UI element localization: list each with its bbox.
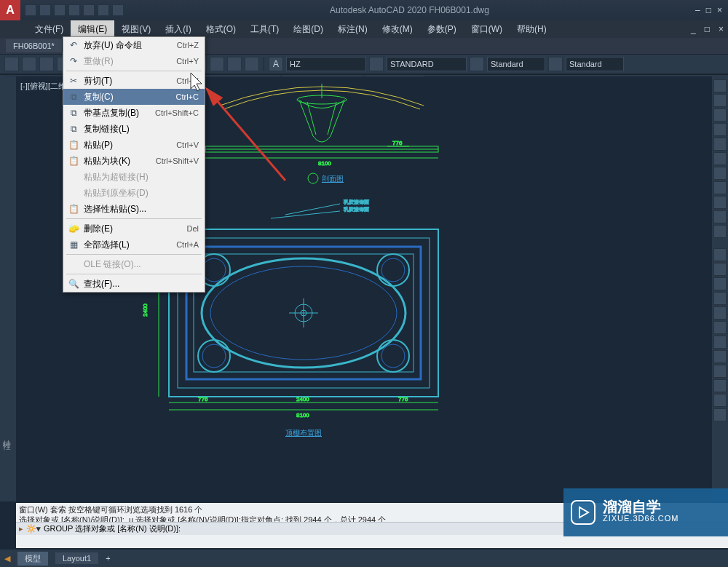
inner-close-icon[interactable]: × xyxy=(714,23,728,36)
menu-draw[interactable]: 绘图(D) xyxy=(286,20,331,39)
text-tool-icon[interactable] xyxy=(713,225,727,238)
svg-point-22 xyxy=(381,344,405,368)
mleaderstyle-icon[interactable] xyxy=(548,57,563,71)
qat-new-icon[interactable] xyxy=(25,4,36,16)
new-icon[interactable] xyxy=(4,57,19,71)
inner-minimize-icon[interactable]: _ xyxy=(687,23,700,36)
command-prompt-icon: ▸ xyxy=(19,524,23,534)
edit-menu-item-11[interactable]: 📋选择性粘贴(S)... xyxy=(63,201,205,217)
edit-menu-item-3[interactable]: ✂剪切(T)Ctrl+X xyxy=(63,73,205,89)
app-logo[interactable]: A xyxy=(0,0,20,20)
mirror-tool-icon[interactable] xyxy=(713,292,727,305)
svg-point-6 xyxy=(308,173,318,183)
move-tool-icon[interactable] xyxy=(713,248,727,261)
add-layout-icon[interactable]: + xyxy=(106,554,110,563)
plan-view-title: 顶棚布置图 xyxy=(285,429,322,437)
note-text-2: 乳胶漆饰面 xyxy=(344,207,369,212)
line-tool-icon[interactable] xyxy=(713,79,727,92)
model-tab[interactable]: 模型 xyxy=(17,552,48,566)
qat-undo-icon[interactable] xyxy=(98,4,109,16)
scale-tool-icon[interactable] xyxy=(713,306,727,320)
copy-tool-icon[interactable] xyxy=(713,263,727,276)
menu-modify[interactable]: 修改(M) xyxy=(375,20,420,39)
qat-open-icon[interactable] xyxy=(39,4,51,16)
spline-tool-icon[interactable] xyxy=(713,181,727,194)
app-title: Autodesk AutoCAD 2020 FH06B001.dwg xyxy=(124,5,695,15)
edit-menu-dropdown: ↶放弃(U) 命令组Ctrl+Z↷重做(R)Ctrl+Y✂剪切(T)Ctrl+X… xyxy=(63,36,205,293)
fillet-tool-icon[interactable] xyxy=(713,350,727,363)
menu-window[interactable]: 窗口(W) xyxy=(464,20,510,39)
inner-restore-icon[interactable]: □ xyxy=(700,23,714,36)
menu-item-shortcut: Ctrl+A xyxy=(176,240,199,249)
menu-view[interactable]: 视图(V) xyxy=(114,20,158,39)
edit-menu-item-18[interactable]: 🔍查找(F)... xyxy=(63,276,205,292)
edit-menu-item-14[interactable]: ▦全部选择(L)Ctrl+A xyxy=(63,237,205,253)
layout-grip-icon[interactable]: ◀ xyxy=(4,554,10,563)
textstyle-icon[interactable]: A xyxy=(269,57,283,71)
edit-menu-item-1: ↷重做(R)Ctrl+Y xyxy=(63,53,205,69)
layout1-tab[interactable]: Layout1 xyxy=(55,552,98,564)
erase-tool-icon[interactable] xyxy=(713,394,727,407)
menu-item-label: 删除(E) xyxy=(81,223,186,235)
menu-edit[interactable]: 编辑(E) xyxy=(71,20,114,39)
edit-menu-item-8[interactable]: 📋粘贴为块(K)Ctrl+Shift+V xyxy=(63,153,205,169)
trim-tool-icon[interactable] xyxy=(713,321,727,334)
menu-file[interactable]: 文件(F) xyxy=(28,20,71,39)
rectangle-tool-icon[interactable] xyxy=(713,138,727,151)
qat-print-icon[interactable] xyxy=(83,4,95,16)
menu-item-label: 粘贴为超链接(H) xyxy=(81,171,199,183)
qat-saveas-icon[interactable] xyxy=(68,4,80,16)
extend-tool-icon[interactable] xyxy=(713,336,727,349)
dimstyle-select[interactable]: STANDARD xyxy=(387,57,467,71)
rotate-tool-icon[interactable] xyxy=(713,277,727,290)
save-icon[interactable] xyxy=(39,57,54,71)
edit-menu-item-13[interactable]: 🧽删除(E)Del xyxy=(63,221,205,237)
edit-menu-item-6[interactable]: ⧉复制链接(L) xyxy=(63,121,205,137)
point-tool-icon[interactable] xyxy=(713,196,727,209)
menu-item-shortcut: Ctrl+X xyxy=(176,76,199,85)
menu-dimension[interactable]: 标注(N) xyxy=(331,20,375,39)
open-icon[interactable] xyxy=(22,57,36,71)
watermark-logo-icon xyxy=(571,500,596,525)
menu-format[interactable]: 格式(O) xyxy=(199,20,243,39)
menu-item-label: 查找(F)... xyxy=(81,278,199,290)
calculator-icon[interactable] xyxy=(245,57,259,71)
dim-plan-seg1: 776 xyxy=(198,396,208,403)
command-prompt-text: GROUP 选择对象或 [名称(N) 说明(D)]: xyxy=(44,523,181,534)
svg-text:2400: 2400 xyxy=(142,304,149,317)
circle-tool-icon[interactable] xyxy=(713,108,727,122)
tablestyle-icon[interactable] xyxy=(470,57,484,71)
menu-help[interactable]: 帮助(H) xyxy=(510,20,554,39)
textstyle-select[interactable]: HZ xyxy=(286,57,366,71)
explode-tool-icon[interactable] xyxy=(713,408,727,421)
sheetset-icon[interactable] xyxy=(210,57,224,71)
close-icon[interactable]: × xyxy=(717,5,722,15)
polyline-tool-icon[interactable] xyxy=(713,94,727,107)
maximize-icon[interactable]: □ xyxy=(706,5,711,15)
watermark: 溜溜自学 ZIXUE.3D66.COM xyxy=(563,488,728,536)
markup-icon[interactable] xyxy=(227,57,242,71)
document-tab[interactable]: FH06B001* xyxy=(6,39,63,52)
ellipse-tool-icon[interactable] xyxy=(713,152,727,165)
tablestyle-select[interactable]: Standard xyxy=(487,57,545,71)
edit-menu-item-7[interactable]: 📋粘贴(P)Ctrl+V xyxy=(63,137,205,153)
properties-palette-label[interactable]: 特 性 xyxy=(1,434,12,436)
hatch-tool-icon[interactable] xyxy=(713,167,727,180)
region-tool-icon[interactable] xyxy=(713,210,727,223)
array-tool-icon[interactable] xyxy=(713,365,727,378)
edit-menu-item-5[interactable]: ⧉带基点复制(B)Ctrl+Shift+C xyxy=(63,105,205,121)
menu-item-shortcut: Ctrl+Z xyxy=(177,41,199,49)
arc-tool-icon[interactable] xyxy=(713,123,727,136)
dimstyle-icon[interactable] xyxy=(369,57,384,71)
menu-item-icon: ⧉ xyxy=(66,91,81,103)
menu-parametric[interactable]: 参数(P) xyxy=(420,20,464,39)
std3-select[interactable]: Standard xyxy=(566,57,624,71)
minimize-icon[interactable]: – xyxy=(695,5,700,15)
offset-tool-icon[interactable] xyxy=(713,379,727,392)
qat-redo-icon[interactable] xyxy=(112,4,124,16)
edit-menu-item-4[interactable]: ⧉复制(C)Ctrl+C xyxy=(63,89,205,105)
qat-save-icon[interactable] xyxy=(54,4,66,16)
menu-tools[interactable]: 工具(T) xyxy=(243,20,286,39)
menu-insert[interactable]: 插入(I) xyxy=(158,20,198,39)
edit-menu-item-0[interactable]: ↶放弃(U) 命令组Ctrl+Z xyxy=(63,37,205,53)
